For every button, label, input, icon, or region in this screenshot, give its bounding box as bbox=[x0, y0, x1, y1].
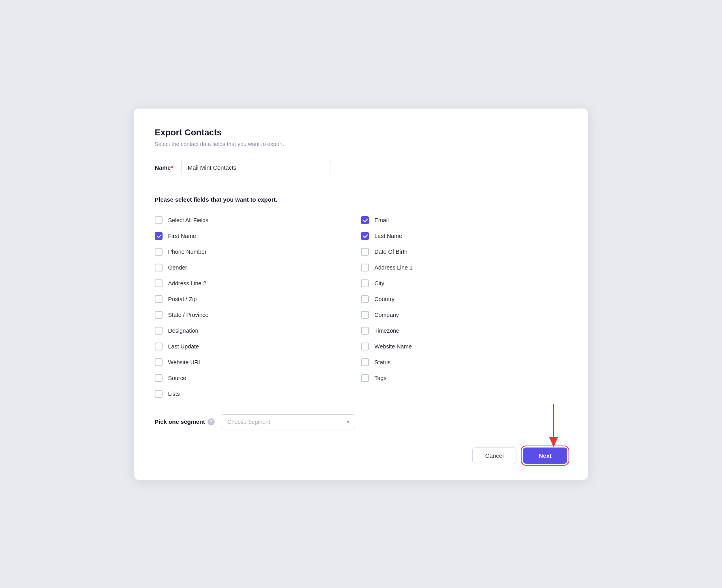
field-label-last_name: Last Name bbox=[374, 233, 402, 239]
checkbox-website_url[interactable] bbox=[155, 358, 163, 366]
field-item-address_line_1[interactable]: Address Line 1 bbox=[361, 260, 567, 275]
field-label-tags: Tags bbox=[374, 375, 387, 381]
help-icon[interactable]: ? bbox=[208, 418, 215, 425]
field-item-email[interactable]: Email bbox=[361, 212, 567, 228]
fields-col-right: EmailLast NameDate Of BirthAddress Line … bbox=[361, 212, 567, 402]
segment-select-wrapper: Choose Segment bbox=[221, 414, 355, 429]
field-label-website_url: Website URL bbox=[168, 359, 202, 365]
field-item-postal_zip[interactable]: Postal / Zip bbox=[155, 291, 361, 307]
checkbox-last_update[interactable] bbox=[155, 343, 163, 350]
field-item-timezone[interactable]: Timezone bbox=[361, 323, 567, 339]
field-label-lists: Lists bbox=[168, 391, 180, 397]
segment-row: Pick one segment ? Choose Segment bbox=[155, 414, 567, 429]
field-item-status[interactable]: Status bbox=[361, 354, 567, 370]
fields-grid: Select All FieldsFirst NamePhone NumberG… bbox=[155, 212, 567, 402]
field-label-status: Status bbox=[374, 359, 391, 365]
checkbox-tags[interactable] bbox=[361, 374, 369, 382]
field-item-first_name[interactable]: First Name bbox=[155, 228, 361, 244]
checkbox-postal_zip[interactable] bbox=[155, 295, 163, 303]
field-label-company: Company bbox=[374, 312, 399, 318]
field-label-gender: Gender bbox=[168, 264, 187, 271]
field-label-timezone: Timezone bbox=[374, 328, 399, 334]
field-item-designation[interactable]: Designation bbox=[155, 323, 361, 339]
field-item-select_all[interactable]: Select All Fields bbox=[155, 212, 361, 228]
field-label-postal_zip: Postal / Zip bbox=[168, 296, 197, 302]
name-input[interactable] bbox=[181, 160, 331, 175]
field-label-designation: Designation bbox=[168, 328, 198, 334]
checkbox-timezone[interactable] bbox=[361, 327, 369, 335]
field-item-country[interactable]: Country bbox=[361, 291, 567, 307]
modal-title: Export Contacts bbox=[155, 127, 567, 138]
checkbox-designation[interactable] bbox=[155, 327, 163, 335]
field-item-source[interactable]: Source bbox=[155, 370, 361, 386]
field-label-last_update: Last Update bbox=[168, 343, 199, 350]
field-item-lists[interactable]: Lists bbox=[155, 386, 361, 402]
checkbox-address_line_2[interactable] bbox=[155, 279, 163, 287]
checkbox-phone_number[interactable] bbox=[155, 248, 163, 256]
field-item-gender[interactable]: Gender bbox=[155, 260, 361, 275]
checkbox-gender[interactable] bbox=[155, 264, 163, 272]
checkbox-state_province[interactable] bbox=[155, 311, 163, 319]
field-item-phone_number[interactable]: Phone Number bbox=[155, 244, 361, 260]
actions-row: Cancel Next bbox=[155, 447, 567, 464]
segment-label: Pick one segment ? bbox=[155, 418, 215, 425]
field-item-company[interactable]: Company bbox=[361, 307, 567, 323]
field-item-website_name[interactable]: Website Name bbox=[361, 339, 567, 354]
field-label-website_name: Website Name bbox=[374, 343, 412, 350]
export-contacts-modal: Export Contacts Select the contact data … bbox=[134, 109, 588, 480]
checkbox-website_name[interactable] bbox=[361, 343, 369, 350]
field-item-address_line_2[interactable]: Address Line 2 bbox=[155, 275, 361, 291]
name-label: Name* bbox=[155, 164, 173, 171]
checkbox-lists[interactable] bbox=[155, 390, 163, 398]
checkbox-company[interactable] bbox=[361, 311, 369, 319]
modal-overlay: Export Contacts Select the contact data … bbox=[0, 0, 722, 588]
checkbox-first_name[interactable] bbox=[155, 232, 163, 240]
checkbox-country[interactable] bbox=[361, 295, 369, 303]
section-title: Please select fields that you want to ex… bbox=[155, 196, 567, 203]
required-star: * bbox=[171, 164, 173, 171]
field-item-date_of_birth[interactable]: Date Of Birth bbox=[361, 244, 567, 260]
checkbox-city[interactable] bbox=[361, 279, 369, 287]
arrow-annotation bbox=[544, 404, 563, 449]
fields-col-left: Select All FieldsFirst NamePhone NumberG… bbox=[155, 212, 361, 402]
field-label-address_line_2: Address Line 2 bbox=[168, 280, 206, 287]
field-label-address_line_1: Address Line 1 bbox=[374, 264, 413, 271]
divider-2 bbox=[155, 439, 567, 439]
field-label-email: Email bbox=[374, 217, 389, 223]
checkbox-date_of_birth[interactable] bbox=[361, 248, 369, 256]
checkbox-select_all[interactable] bbox=[155, 216, 163, 224]
checkbox-address_line_1[interactable] bbox=[361, 264, 369, 272]
field-label-first_name: First Name bbox=[168, 233, 196, 239]
checkbox-status[interactable] bbox=[361, 358, 369, 366]
field-label-city: City bbox=[374, 280, 384, 287]
checkbox-source[interactable] bbox=[155, 374, 163, 382]
checkbox-email[interactable] bbox=[361, 216, 369, 224]
divider-1 bbox=[155, 185, 567, 185]
field-label-select_all: Select All Fields bbox=[168, 217, 208, 223]
next-button[interactable]: Next bbox=[523, 448, 567, 464]
modal-subtitle: Select the contact data fields that you … bbox=[155, 141, 567, 147]
field-label-state_province: State / Province bbox=[168, 312, 208, 318]
field-item-website_url[interactable]: Website URL bbox=[155, 354, 361, 370]
field-item-last_update[interactable]: Last Update bbox=[155, 339, 361, 354]
field-label-country: Country bbox=[374, 296, 395, 302]
svg-marker-1 bbox=[549, 437, 558, 447]
field-label-date_of_birth: Date Of Birth bbox=[374, 249, 408, 255]
field-item-city[interactable]: City bbox=[361, 275, 567, 291]
checkbox-last_name[interactable] bbox=[361, 232, 369, 240]
name-row: Name* bbox=[155, 160, 567, 175]
field-item-last_name[interactable]: Last Name bbox=[361, 228, 567, 244]
cancel-button[interactable]: Cancel bbox=[472, 447, 517, 464]
segment-select[interactable]: Choose Segment bbox=[221, 414, 355, 429]
field-label-phone_number: Phone Number bbox=[168, 249, 207, 255]
field-label-source: Source bbox=[168, 375, 186, 381]
field-item-tags[interactable]: Tags bbox=[361, 370, 567, 386]
field-item-state_province[interactable]: State / Province bbox=[155, 307, 361, 323]
